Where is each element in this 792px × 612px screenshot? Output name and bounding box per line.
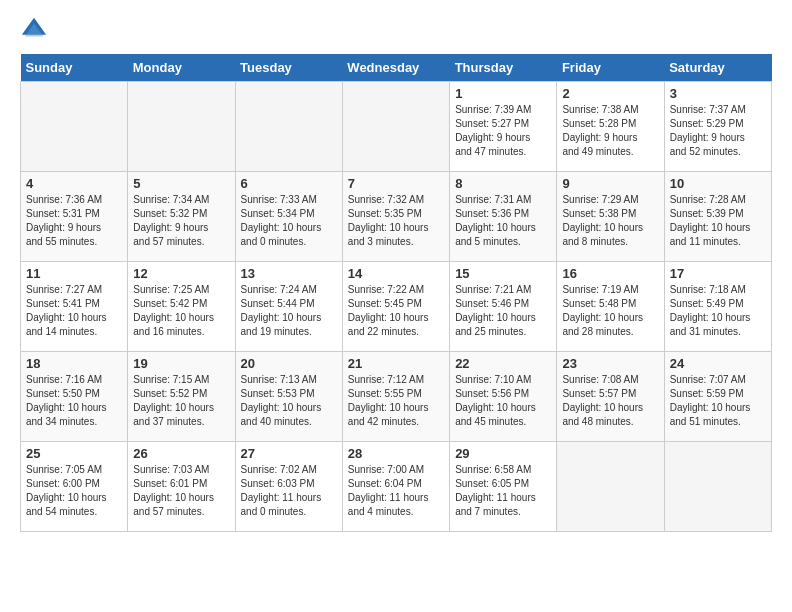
day-info: Sunrise: 7:36 AM Sunset: 5:31 PM Dayligh… [26,193,122,249]
header-cell-monday: Monday [128,54,235,82]
day-number: 9 [562,176,658,191]
day-cell: 17Sunrise: 7:18 AM Sunset: 5:49 PM Dayli… [664,262,771,352]
day-number: 4 [26,176,122,191]
day-number: 22 [455,356,551,371]
day-info: Sunrise: 7:34 AM Sunset: 5:32 PM Dayligh… [133,193,229,249]
day-info: Sunrise: 7:29 AM Sunset: 5:38 PM Dayligh… [562,193,658,249]
day-info: Sunrise: 7:18 AM Sunset: 5:49 PM Dayligh… [670,283,766,339]
header-cell-friday: Friday [557,54,664,82]
day-cell: 7Sunrise: 7:32 AM Sunset: 5:35 PM Daylig… [342,172,449,262]
day-number: 13 [241,266,337,281]
header-row: SundayMondayTuesdayWednesdayThursdayFrid… [21,54,772,82]
day-number: 26 [133,446,229,461]
day-cell: 18Sunrise: 7:16 AM Sunset: 5:50 PM Dayli… [21,352,128,442]
day-cell: 25Sunrise: 7:05 AM Sunset: 6:00 PM Dayli… [21,442,128,532]
header-cell-wednesday: Wednesday [342,54,449,82]
day-number: 25 [26,446,122,461]
day-info: Sunrise: 7:16 AM Sunset: 5:50 PM Dayligh… [26,373,122,429]
day-number: 23 [562,356,658,371]
day-info: Sunrise: 7:22 AM Sunset: 5:45 PM Dayligh… [348,283,444,339]
day-info: Sunrise: 7:33 AM Sunset: 5:34 PM Dayligh… [241,193,337,249]
day-cell: 27Sunrise: 7:02 AM Sunset: 6:03 PM Dayli… [235,442,342,532]
day-info: Sunrise: 7:03 AM Sunset: 6:01 PM Dayligh… [133,463,229,519]
logo-icon [20,16,48,44]
day-number: 2 [562,86,658,101]
day-number: 16 [562,266,658,281]
day-info: Sunrise: 7:00 AM Sunset: 6:04 PM Dayligh… [348,463,444,519]
logo [20,16,52,44]
day-number: 5 [133,176,229,191]
day-cell: 8Sunrise: 7:31 AM Sunset: 5:36 PM Daylig… [450,172,557,262]
day-info: Sunrise: 7:12 AM Sunset: 5:55 PM Dayligh… [348,373,444,429]
week-row-4: 18Sunrise: 7:16 AM Sunset: 5:50 PM Dayli… [21,352,772,442]
day-cell: 9Sunrise: 7:29 AM Sunset: 5:38 PM Daylig… [557,172,664,262]
week-row-1: 1Sunrise: 7:39 AM Sunset: 5:27 PM Daylig… [21,82,772,172]
day-info: Sunrise: 7:39 AM Sunset: 5:27 PM Dayligh… [455,103,551,159]
day-number: 27 [241,446,337,461]
day-number: 1 [455,86,551,101]
week-row-2: 4Sunrise: 7:36 AM Sunset: 5:31 PM Daylig… [21,172,772,262]
day-cell [664,442,771,532]
day-cell: 29Sunrise: 6:58 AM Sunset: 6:05 PM Dayli… [450,442,557,532]
day-info: Sunrise: 7:08 AM Sunset: 5:57 PM Dayligh… [562,373,658,429]
day-number: 11 [26,266,122,281]
day-info: Sunrise: 7:15 AM Sunset: 5:52 PM Dayligh… [133,373,229,429]
day-cell [342,82,449,172]
day-number: 7 [348,176,444,191]
day-info: Sunrise: 6:58 AM Sunset: 6:05 PM Dayligh… [455,463,551,519]
day-number: 17 [670,266,766,281]
day-info: Sunrise: 7:32 AM Sunset: 5:35 PM Dayligh… [348,193,444,249]
header-cell-saturday: Saturday [664,54,771,82]
day-info: Sunrise: 7:38 AM Sunset: 5:28 PM Dayligh… [562,103,658,159]
day-info: Sunrise: 7:37 AM Sunset: 5:29 PM Dayligh… [670,103,766,159]
day-info: Sunrise: 7:31 AM Sunset: 5:36 PM Dayligh… [455,193,551,249]
day-info: Sunrise: 7:28 AM Sunset: 5:39 PM Dayligh… [670,193,766,249]
day-cell: 24Sunrise: 7:07 AM Sunset: 5:59 PM Dayli… [664,352,771,442]
day-number: 10 [670,176,766,191]
day-cell: 26Sunrise: 7:03 AM Sunset: 6:01 PM Dayli… [128,442,235,532]
day-info: Sunrise: 7:13 AM Sunset: 5:53 PM Dayligh… [241,373,337,429]
day-cell: 4Sunrise: 7:36 AM Sunset: 5:31 PM Daylig… [21,172,128,262]
day-info: Sunrise: 7:25 AM Sunset: 5:42 PM Dayligh… [133,283,229,339]
day-cell [21,82,128,172]
day-cell: 6Sunrise: 7:33 AM Sunset: 5:34 PM Daylig… [235,172,342,262]
calendar-body: 1Sunrise: 7:39 AM Sunset: 5:27 PM Daylig… [21,82,772,532]
day-cell: 20Sunrise: 7:13 AM Sunset: 5:53 PM Dayli… [235,352,342,442]
day-number: 19 [133,356,229,371]
day-number: 29 [455,446,551,461]
day-number: 12 [133,266,229,281]
day-number: 18 [26,356,122,371]
day-cell: 28Sunrise: 7:00 AM Sunset: 6:04 PM Dayli… [342,442,449,532]
day-number: 21 [348,356,444,371]
day-cell: 5Sunrise: 7:34 AM Sunset: 5:32 PM Daylig… [128,172,235,262]
day-number: 8 [455,176,551,191]
calendar-table: SundayMondayTuesdayWednesdayThursdayFrid… [20,54,772,532]
day-cell: 19Sunrise: 7:15 AM Sunset: 5:52 PM Dayli… [128,352,235,442]
day-number: 3 [670,86,766,101]
day-cell: 22Sunrise: 7:10 AM Sunset: 5:56 PM Dayli… [450,352,557,442]
header [20,16,772,44]
day-cell: 23Sunrise: 7:08 AM Sunset: 5:57 PM Dayli… [557,352,664,442]
day-info: Sunrise: 7:19 AM Sunset: 5:48 PM Dayligh… [562,283,658,339]
day-number: 20 [241,356,337,371]
day-cell: 13Sunrise: 7:24 AM Sunset: 5:44 PM Dayli… [235,262,342,352]
day-cell: 16Sunrise: 7:19 AM Sunset: 5:48 PM Dayli… [557,262,664,352]
day-cell [235,82,342,172]
day-number: 24 [670,356,766,371]
day-cell: 15Sunrise: 7:21 AM Sunset: 5:46 PM Dayli… [450,262,557,352]
week-row-5: 25Sunrise: 7:05 AM Sunset: 6:00 PM Dayli… [21,442,772,532]
day-info: Sunrise: 7:07 AM Sunset: 5:59 PM Dayligh… [670,373,766,429]
calendar-header: SundayMondayTuesdayWednesdayThursdayFrid… [21,54,772,82]
header-cell-tuesday: Tuesday [235,54,342,82]
day-cell: 14Sunrise: 7:22 AM Sunset: 5:45 PM Dayli… [342,262,449,352]
day-cell: 1Sunrise: 7:39 AM Sunset: 5:27 PM Daylig… [450,82,557,172]
day-number: 15 [455,266,551,281]
day-cell: 10Sunrise: 7:28 AM Sunset: 5:39 PM Dayli… [664,172,771,262]
header-cell-sunday: Sunday [21,54,128,82]
day-cell: 2Sunrise: 7:38 AM Sunset: 5:28 PM Daylig… [557,82,664,172]
day-number: 28 [348,446,444,461]
day-info: Sunrise: 7:21 AM Sunset: 5:46 PM Dayligh… [455,283,551,339]
week-row-3: 11Sunrise: 7:27 AM Sunset: 5:41 PM Dayli… [21,262,772,352]
day-cell: 3Sunrise: 7:37 AM Sunset: 5:29 PM Daylig… [664,82,771,172]
day-cell: 11Sunrise: 7:27 AM Sunset: 5:41 PM Dayli… [21,262,128,352]
